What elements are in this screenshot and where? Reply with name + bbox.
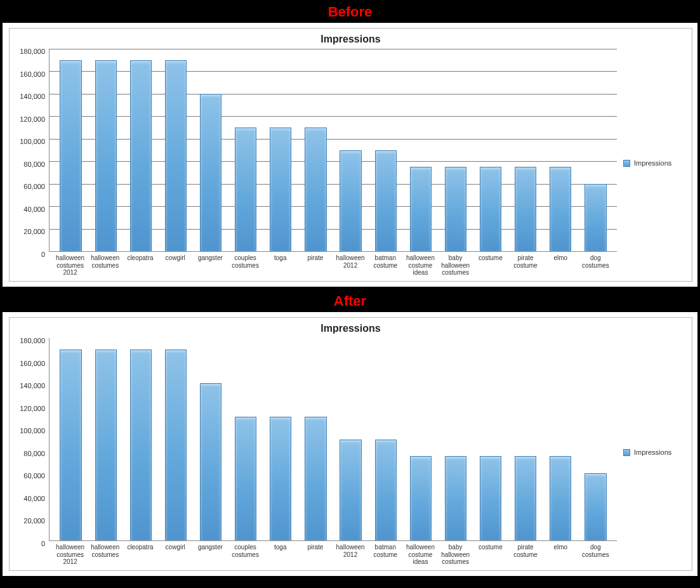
x-label: toga (263, 544, 298, 566)
x-label: halloween 2012 (333, 544, 368, 566)
bar (584, 473, 606, 540)
bar (235, 417, 256, 540)
bar-slot (123, 49, 158, 251)
bar-slot (228, 49, 263, 251)
before-plot-wrap: halloween costumes 2012halloween costume… (49, 49, 617, 277)
after-chart-border: Impressions 180,000160,000140,000120,000… (9, 317, 692, 571)
bar-slot (578, 49, 613, 251)
before-chart-area: 180,000160,000140,000120,000100,00080,00… (10, 49, 692, 277)
bar-slot (473, 49, 508, 251)
after-plot-wrap: halloween costumes 2012halloween costume… (49, 338, 617, 566)
after-x-labels: halloween costumes 2012halloween costume… (49, 541, 617, 566)
bar (200, 383, 221, 540)
bar (515, 456, 536, 540)
bar-slot (543, 338, 578, 540)
bar (270, 127, 291, 251)
bar-slot (298, 338, 333, 540)
bar (60, 60, 81, 251)
after-bars (50, 338, 617, 540)
bar (130, 350, 152, 540)
bar-slot (333, 49, 368, 251)
bar-slot (194, 338, 228, 540)
x-label: cleopatra (122, 254, 157, 277)
bar (445, 167, 466, 251)
x-label: cleopatra (122, 544, 157, 566)
bar-slot (508, 338, 543, 540)
x-label: elmo (543, 254, 578, 277)
x-label: halloween costume ideas (403, 254, 438, 277)
x-label: baby halloween costumes (438, 544, 473, 566)
x-label: batman costume (368, 254, 403, 277)
before-legend: Impressions (617, 49, 687, 277)
bar (445, 456, 466, 540)
x-label: dog costumes (578, 254, 613, 277)
x-label: couples costumes (228, 254, 263, 277)
after-chart-area: 180,000160,000140,000120,000100,00080,00… (10, 338, 692, 566)
after-legend-label: Impressions (634, 448, 671, 456)
bar-slot (194, 49, 228, 251)
bar-slot (473, 338, 508, 540)
after-legend: Impressions (617, 338, 687, 566)
before-bars (50, 49, 617, 251)
bar (375, 440, 397, 541)
bar (480, 167, 501, 251)
x-label: couples costumes (228, 544, 263, 566)
bar-slot (88, 49, 123, 251)
before-chart-title: Impressions (10, 34, 692, 45)
bar (95, 350, 117, 540)
bar (480, 456, 501, 540)
bar-slot (368, 338, 403, 540)
x-label: halloween costume ideas (403, 544, 438, 566)
after-chart-panel: Impressions 180,000160,000140,000120,000… (3, 312, 697, 576)
bar-slot (333, 338, 368, 540)
bar-slot (368, 49, 403, 251)
x-label: gangster (193, 254, 228, 277)
x-label: pirate costume (508, 544, 543, 566)
before-x-labels: halloween costumes 2012halloween costume… (49, 252, 617, 277)
bar-slot (88, 338, 123, 540)
bar (235, 127, 256, 251)
bar-slot (228, 338, 263, 540)
before-plot (49, 49, 617, 252)
legend-swatch-icon (623, 449, 630, 456)
x-label: costume (473, 254, 508, 277)
after-chart-title: Impressions (10, 323, 692, 334)
bar-slot (263, 49, 298, 251)
bar (165, 60, 187, 251)
bar-slot (403, 338, 438, 540)
x-label: halloween costumes (88, 254, 122, 277)
bar (375, 150, 397, 252)
x-label: pirate (298, 544, 333, 566)
bar-slot (438, 338, 473, 540)
bar-slot (298, 49, 333, 251)
bar (200, 94, 221, 251)
x-label: cowgirl (158, 254, 193, 277)
after-y-axis: 180,000160,000140,000120,000100,00080,00… (13, 338, 49, 541)
x-label: halloween costumes 2012 (53, 254, 88, 277)
bar (305, 417, 326, 540)
bar-slot (53, 338, 88, 540)
bar (410, 167, 432, 251)
bar (584, 184, 606, 251)
x-label: pirate (298, 254, 333, 277)
bar (515, 167, 536, 251)
x-label: elmo (543, 544, 578, 566)
bar-slot (403, 49, 438, 251)
bar-slot (508, 49, 543, 251)
bar (95, 60, 117, 251)
x-label: halloween 2012 (333, 254, 368, 277)
x-label: pirate costume (508, 254, 543, 277)
bar (305, 127, 326, 251)
before-chart-border: Impressions 180,000160,000140,000120,000… (9, 28, 692, 282)
bar-slot (53, 49, 88, 251)
after-plot (49, 338, 617, 541)
x-label: halloween costumes (88, 544, 122, 566)
bar-slot (158, 338, 193, 540)
before-legend-label: Impressions (634, 159, 671, 167)
before-label: Before (0, 0, 700, 23)
bar-slot (578, 338, 613, 540)
x-label: costume (473, 544, 508, 566)
before-y-axis: 180,000160,000140,000120,000100,00080,00… (13, 49, 49, 252)
bar (410, 456, 432, 540)
bar-slot (158, 49, 193, 251)
